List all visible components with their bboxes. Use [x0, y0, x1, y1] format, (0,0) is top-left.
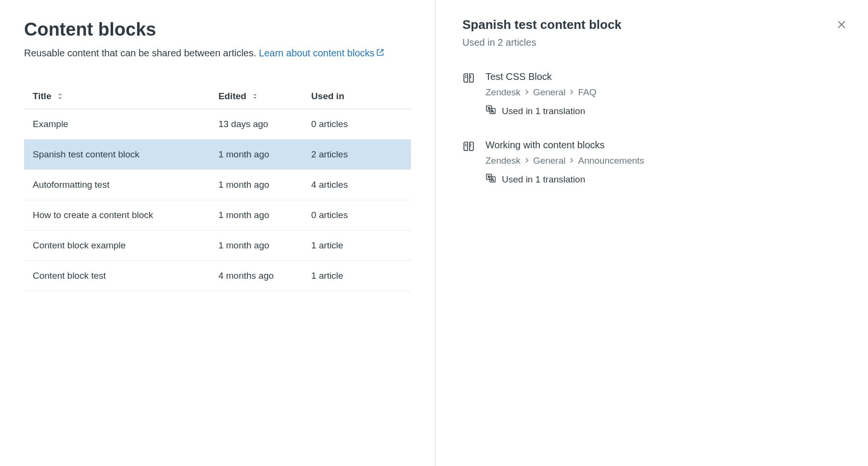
translations-info: Used in 1 translation [485, 104, 849, 117]
table-cell-used-in: 1 article [303, 230, 411, 260]
chevron-right-icon [569, 155, 574, 166]
table-cell-edited: 13 days ago [210, 109, 303, 139]
breadcrumb-segment[interactable]: Zendesk [485, 87, 521, 98]
chevron-right-icon [524, 155, 529, 166]
table-row[interactable]: Content block test4 months ago1 article [24, 260, 411, 291]
table-cell-title: How to create a content block [24, 200, 210, 230]
table-cell-edited: 1 month ago [210, 169, 303, 200]
usage-title: Test CSS Block [485, 71, 849, 82]
table-cell-title: Example [24, 109, 210, 139]
table-row[interactable]: Autoformatting test1 month ago4 articles [24, 169, 411, 200]
learn-about-link[interactable]: Learn about content blocks [259, 48, 384, 58]
subtitle-text: Reusable content that can be shared betw… [24, 48, 259, 58]
table-cell-used-in: 1 article [303, 260, 411, 291]
table-cell-title: Content block test [24, 260, 210, 291]
translations-text: Used in 1 translation [502, 106, 585, 116]
table-row[interactable]: Spanish test content block1 month ago2 a… [24, 139, 411, 169]
main-content: Content blocks Reusable content that can… [0, 0, 435, 466]
table-cell-edited: 1 month ago [210, 230, 303, 260]
breadcrumb-segment[interactable]: General [533, 87, 566, 98]
breadcrumb: ZendeskGeneralAnnouncements [485, 155, 849, 166]
table-cell-edited: 4 months ago [210, 260, 303, 291]
book-icon [462, 140, 476, 186]
table-cell-used-in: 0 articles [303, 200, 411, 230]
close-icon [836, 24, 847, 31]
external-link-icon [376, 46, 384, 60]
table-cell-title: Autoformatting test [24, 169, 210, 200]
usage-title: Working with content blocks [485, 140, 849, 151]
table-cell-used-in: 4 articles [303, 169, 411, 200]
table-row[interactable]: How to create a content block1 month ago… [24, 200, 411, 230]
table-row[interactable]: Example13 days ago0 articles [24, 109, 411, 139]
breadcrumb-segment[interactable]: Zendesk [485, 155, 521, 166]
breadcrumb-segment[interactable]: Announcements [578, 155, 644, 166]
chevron-right-icon [524, 87, 529, 98]
table-cell-title: Content block example [24, 230, 210, 260]
translation-icon [485, 104, 496, 117]
page-subtitle: Reusable content that can be shared betw… [24, 46, 411, 60]
usage-item[interactable]: Working with content blocksZendeskGenera… [462, 140, 849, 186]
detail-subtitle: Used in 2 articles [462, 37, 849, 48]
column-header-edited[interactable]: Edited [210, 84, 303, 109]
detail-title: Spanish test content block [462, 17, 622, 32]
table-row[interactable]: Content block example1 month ago1 articl… [24, 230, 411, 260]
translation-icon [485, 173, 496, 186]
column-header-title[interactable]: Title [24, 84, 210, 109]
close-button[interactable] [834, 17, 849, 33]
translations-info: Used in 1 translation [485, 173, 849, 186]
table-cell-title: Spanish test content block [24, 139, 210, 169]
usage-item[interactable]: Test CSS BlockZendeskGeneralFAQUsed in 1… [462, 71, 849, 117]
table-cell-used-in: 0 articles [303, 109, 411, 139]
sort-icon [252, 91, 258, 102]
detail-panel: Spanish test content block Used in 2 art… [435, 0, 868, 466]
sort-icon [57, 91, 64, 102]
page-title: Content blocks [24, 19, 411, 40]
breadcrumb-segment[interactable]: FAQ [578, 87, 596, 98]
content-blocks-table: Title Edited Used in [24, 84, 411, 291]
table-cell-edited: 1 month ago [210, 139, 303, 169]
translations-text: Used in 1 translation [502, 174, 585, 185]
table-cell-edited: 1 month ago [210, 200, 303, 230]
breadcrumb: ZendeskGeneralFAQ [485, 87, 849, 98]
column-header-used-in[interactable]: Used in [303, 84, 411, 109]
book-icon [462, 71, 476, 117]
breadcrumb-segment[interactable]: General [533, 155, 566, 166]
table-cell-used-in: 2 articles [303, 139, 411, 169]
chevron-right-icon [569, 87, 574, 98]
